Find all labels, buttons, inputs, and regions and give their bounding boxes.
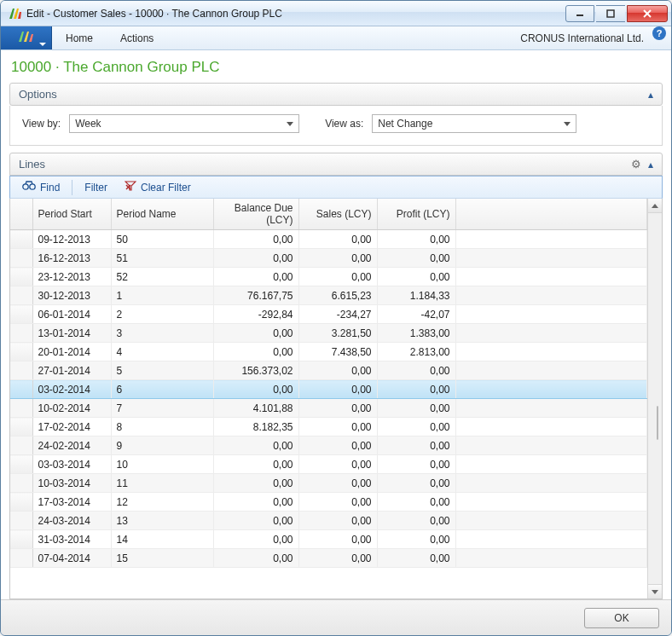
- cell-period-name[interactable]: 10: [111, 455, 213, 474]
- cell-profit[interactable]: 0,00: [377, 249, 455, 268]
- col-profit[interactable]: Profit (LCY): [377, 199, 455, 230]
- cell-period-name[interactable]: 9: [111, 437, 213, 455]
- cell-sales[interactable]: 0,00: [298, 268, 377, 286]
- cell-sales[interactable]: 0,00: [298, 380, 377, 399]
- tab-actions[interactable]: Actions: [107, 26, 167, 49]
- table-row[interactable]: 03-03-2014100,000,000,00: [10, 455, 647, 474]
- row-handle[interactable]: [10, 380, 32, 399]
- cell-period-name[interactable]: 7: [111, 399, 213, 418]
- ok-button[interactable]: OK: [584, 608, 659, 628]
- row-handle[interactable]: [10, 305, 32, 324]
- row-handle[interactable]: [10, 493, 32, 512]
- cell-period-name[interactable]: 5: [111, 361, 213, 380]
- table-row[interactable]: 27-01-20145156.373,020,000,00: [10, 361, 647, 380]
- cell-period-name[interactable]: 1: [111, 286, 213, 305]
- cell-profit[interactable]: 0,00: [377, 268, 455, 286]
- row-handle[interactable]: [10, 512, 32, 530]
- lines-header[interactable]: Lines ⚙ ▴: [9, 153, 663, 176]
- cell-profit[interactable]: 0,00: [377, 512, 455, 530]
- minimize-button[interactable]: [565, 5, 594, 22]
- maximize-button[interactable]: [596, 5, 625, 22]
- cell-period-name[interactable]: 50: [111, 230, 213, 249]
- cell-period-start[interactable]: 27-01-2014: [32, 361, 111, 380]
- cell-period-name[interactable]: 6: [111, 380, 213, 399]
- cell-sales[interactable]: 7.438,50: [298, 343, 377, 361]
- cell-balance-due[interactable]: 0,00: [213, 512, 298, 530]
- cell-profit[interactable]: 1.383,00: [377, 324, 455, 343]
- table-row[interactable]: 24-02-201490,000,000,00: [10, 437, 647, 455]
- find-button[interactable]: Find: [15, 179, 67, 195]
- cell-period-start[interactable]: 10-02-2014: [32, 399, 111, 418]
- cell-balance-due[interactable]: 0,00: [213, 230, 298, 249]
- cell-period-start[interactable]: 03-02-2014: [32, 380, 111, 399]
- cell-sales[interactable]: 3.281,50: [298, 324, 377, 343]
- table-row[interactable]: 30-12-2013176.167,756.615,231.184,33: [10, 286, 647, 305]
- cell-profit[interactable]: 0,00: [377, 530, 455, 549]
- select-all-handle[interactable]: [10, 199, 32, 230]
- cell-period-name[interactable]: 52: [111, 268, 213, 286]
- cell-profit[interactable]: 0,00: [377, 418, 455, 437]
- cell-profit[interactable]: 0,00: [377, 437, 455, 455]
- table-row[interactable]: 13-01-201430,003.281,501.383,00: [10, 324, 647, 343]
- cell-balance-due[interactable]: 0,00: [213, 549, 298, 568]
- col-balance-due[interactable]: Balance Due (LCY): [213, 199, 298, 230]
- cell-balance-due[interactable]: 0,00: [213, 493, 298, 512]
- cell-period-start[interactable]: 13-01-2014: [32, 324, 111, 343]
- cell-sales[interactable]: 0,00: [298, 418, 377, 437]
- cell-sales[interactable]: 6.615,23: [298, 286, 377, 305]
- col-period-start[interactable]: Period Start: [32, 199, 111, 230]
- row-handle[interactable]: [10, 474, 32, 493]
- row-handle[interactable]: [10, 399, 32, 418]
- table-row[interactable]: 17-03-2014120,000,000,00: [10, 493, 647, 512]
- row-handle[interactable]: [10, 437, 32, 455]
- titlebar[interactable]: Edit - Customer Sales - 10000 · The Cann…: [1, 1, 671, 26]
- options-header[interactable]: Options ▴: [9, 83, 663, 106]
- cell-period-name[interactable]: 12: [111, 493, 213, 512]
- cell-profit[interactable]: 0,00: [377, 380, 455, 399]
- gear-icon[interactable]: ⚙: [631, 158, 641, 171]
- cell-balance-due[interactable]: 76.167,75: [213, 286, 298, 305]
- cell-profit[interactable]: 0,00: [377, 399, 455, 418]
- cell-period-start[interactable]: 24-03-2014: [32, 512, 111, 530]
- row-handle[interactable]: [10, 324, 32, 343]
- cell-balance-due[interactable]: 0,00: [213, 268, 298, 286]
- table-row[interactable]: 31-03-2014140,000,000,00: [10, 530, 647, 549]
- cell-period-start[interactable]: 17-02-2014: [32, 418, 111, 437]
- view-by-combo[interactable]: Week: [69, 114, 299, 133]
- file-menu[interactable]: [1, 26, 52, 49]
- col-sales[interactable]: Sales (LCY): [298, 199, 377, 230]
- cell-period-start[interactable]: 06-01-2014: [32, 305, 111, 324]
- close-button[interactable]: [627, 5, 668, 22]
- cell-period-name[interactable]: 3: [111, 324, 213, 343]
- cell-period-name[interactable]: 8: [111, 418, 213, 437]
- cell-profit[interactable]: -42,07: [377, 305, 455, 324]
- table-row[interactable]: 10-02-201474.101,880,000,00: [10, 399, 647, 418]
- cell-sales[interactable]: 0,00: [298, 474, 377, 493]
- row-handle[interactable]: [10, 249, 32, 268]
- row-handle[interactable]: [10, 268, 32, 286]
- cell-sales[interactable]: -234,27: [298, 305, 377, 324]
- table-row[interactable]: 20-01-201440,007.438,502.813,00: [10, 343, 647, 361]
- cell-sales[interactable]: 0,00: [298, 249, 377, 268]
- row-handle[interactable]: [10, 343, 32, 361]
- scroll-thumb[interactable]: [657, 406, 658, 440]
- cell-sales[interactable]: 0,00: [298, 361, 377, 380]
- cell-balance-due[interactable]: 156.373,02: [213, 361, 298, 380]
- cell-balance-due[interactable]: 0,00: [213, 530, 298, 549]
- cell-period-start[interactable]: 16-12-2013: [32, 249, 111, 268]
- cell-balance-due[interactable]: 0,00: [213, 455, 298, 474]
- cell-period-start[interactable]: 07-04-2014: [32, 549, 111, 568]
- table-row[interactable]: 16-12-2013510,000,000,00: [10, 249, 647, 268]
- cell-period-start[interactable]: 09-12-2013: [32, 230, 111, 249]
- row-handle[interactable]: [10, 286, 32, 305]
- clear-filter-button[interactable]: Clear Filter: [118, 179, 198, 195]
- table-row[interactable]: 06-01-20142-292,84-234,27-42,07: [10, 305, 647, 324]
- row-handle[interactable]: [10, 361, 32, 380]
- lines-table[interactable]: Period Start Period Name Balance Due (LC…: [10, 199, 647, 568]
- cell-profit[interactable]: 0,00: [377, 455, 455, 474]
- cell-profit[interactable]: 0,00: [377, 361, 455, 380]
- cell-period-start[interactable]: 17-03-2014: [32, 493, 111, 512]
- cell-profit[interactable]: 2.813,00: [377, 343, 455, 361]
- cell-period-name[interactable]: 15: [111, 549, 213, 568]
- row-handle[interactable]: [10, 230, 32, 249]
